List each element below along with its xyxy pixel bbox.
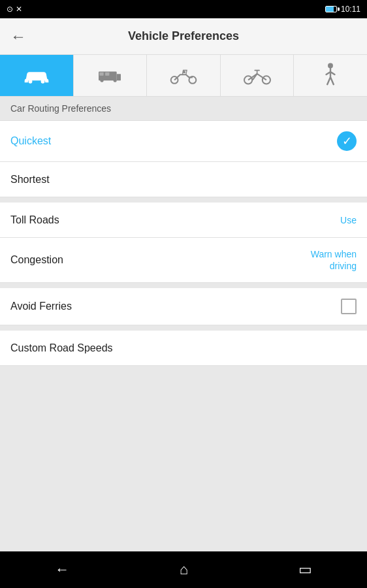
settings-icon: ✕ bbox=[16, 5, 22, 14]
avoid-ferries-row[interactable]: Avoid Ferries bbox=[0, 288, 367, 325]
custom-road-speeds-row[interactable]: Custom Road Speeds bbox=[0, 331, 367, 366]
battery-icon bbox=[325, 6, 337, 12]
svg-rect-3 bbox=[117, 74, 121, 80]
separator-3 bbox=[0, 325, 367, 331]
congestion-row[interactable]: Congestion Warn whendriving bbox=[0, 238, 367, 283]
toll-roads-value: Use bbox=[340, 215, 357, 225]
svg-point-1 bbox=[40, 79, 44, 83]
svg-point-5 bbox=[114, 78, 117, 82]
shortest-label: Shortest bbox=[10, 174, 50, 186]
toll-roads-row[interactable]: Toll Roads Use bbox=[0, 203, 367, 238]
custom-road-speeds-label: Custom Road Speeds bbox=[10, 342, 113, 354]
nav-home-button[interactable]: ⌂ bbox=[180, 561, 188, 578]
congestion-label: Congestion bbox=[10, 254, 63, 266]
svg-point-4 bbox=[101, 78, 104, 82]
svg-rect-7 bbox=[105, 72, 109, 75]
nav-recents-button[interactable]: ▭ bbox=[298, 561, 312, 578]
quickest-check: ✓ bbox=[337, 131, 357, 151]
pedestrian-icon bbox=[316, 61, 345, 90]
quickest-row[interactable]: Quickest ✓ bbox=[0, 121, 367, 162]
motorcycle-icon bbox=[169, 61, 198, 90]
vehicle-tab-motorcycle[interactable] bbox=[147, 55, 221, 96]
separator-1 bbox=[0, 197, 367, 203]
preferences-list: Quickest ✓ Shortest Toll Roads Use Conge… bbox=[0, 121, 367, 366]
status-right: 10:11 bbox=[325, 5, 360, 14]
svg-rect-6 bbox=[100, 72, 104, 75]
separator-2 bbox=[0, 283, 367, 288]
svg-point-10 bbox=[183, 71, 185, 73]
vehicle-tab-bicycle[interactable] bbox=[221, 55, 295, 96]
car-icon bbox=[22, 61, 51, 90]
avoid-ferries-label: Avoid Ferries bbox=[10, 301, 72, 312]
section-header: Car Routing Preferences bbox=[0, 97, 367, 121]
top-bar: ← Vehicle Preferences bbox=[0, 18, 367, 55]
quickest-label: Quickest bbox=[10, 135, 51, 147]
status-icons: ⊙ ✕ bbox=[7, 5, 22, 14]
svg-point-12 bbox=[262, 76, 270, 84]
main-content: Quickest ✓ Shortest Toll Roads Use Conge… bbox=[0, 121, 367, 576]
shortest-row[interactable]: Shortest bbox=[0, 162, 367, 197]
vehicle-tab-car[interactable] bbox=[0, 55, 74, 96]
time: 10:11 bbox=[341, 5, 360, 14]
bottom-nav: ← ⌂ ▭ bbox=[0, 551, 367, 588]
back-button[interactable]: ← bbox=[10, 29, 26, 44]
toll-roads-label: Toll Roads bbox=[10, 214, 59, 226]
rv-icon bbox=[95, 61, 124, 90]
svg-point-11 bbox=[244, 76, 252, 84]
signal-icon: ⊙ bbox=[7, 5, 13, 14]
vehicle-tab-rv[interactable] bbox=[74, 55, 148, 96]
bicycle-icon bbox=[243, 61, 272, 90]
nav-back-button[interactable]: ← bbox=[55, 561, 69, 578]
gray-fill bbox=[0, 366, 367, 576]
congestion-value: Warn whendriving bbox=[311, 248, 357, 272]
svg-point-0 bbox=[28, 79, 32, 83]
vehicle-tab-pedestrian[interactable] bbox=[294, 55, 367, 96]
page-title: Vehicle Preferences bbox=[37, 29, 330, 43]
vehicle-tabs bbox=[0, 55, 367, 97]
avoid-ferries-checkbox[interactable] bbox=[341, 299, 357, 314]
status-bar: ⊙ ✕ 10:11 bbox=[0, 0, 367, 18]
